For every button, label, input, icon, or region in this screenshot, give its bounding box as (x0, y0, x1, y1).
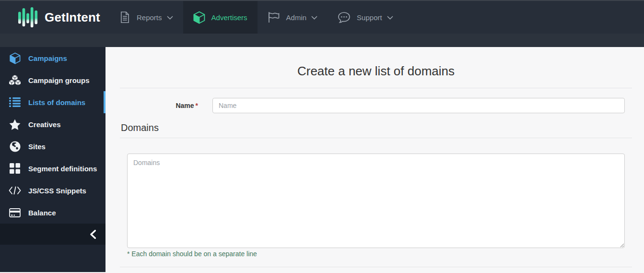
sidebar-item-label: Campaign groups (28, 76, 90, 84)
chevron-left-icon (90, 230, 96, 239)
document-icon (119, 11, 130, 24)
nav-item-label: Reports (137, 13, 162, 22)
nav-item-label: Admin (286, 13, 307, 22)
domains-section-title: Domains (121, 122, 632, 133)
top-navigation-bar: GetIntent Reports (0, 0, 644, 34)
sidebar-item-label: JS/CSS Snippets (28, 187, 86, 195)
nav-item-label: Support (357, 13, 382, 22)
domains-textarea[interactable] (127, 154, 625, 248)
star-icon (9, 119, 21, 130)
sidebar-item-label: Lists of domains (28, 98, 85, 107)
chevron-down-icon (387, 16, 393, 20)
sidebar-item-label: Segment definitions (28, 165, 97, 173)
chevron-down-icon (311, 16, 317, 20)
chat-bubble-icon (338, 12, 351, 24)
nav-item-support[interactable]: Support (328, 1, 403, 34)
grid-icon (9, 163, 21, 174)
cube-icon (9, 52, 21, 64)
list-icon (9, 97, 21, 107)
credit-card-icon (9, 208, 21, 217)
bottom-divider (120, 267, 632, 267)
code-icon (9, 186, 21, 195)
globe-icon (9, 141, 21, 152)
sidebar-item-sites[interactable]: Sites (0, 135, 105, 157)
sidebar: Campaigns Campaign groups (0, 47, 105, 272)
sidebar-item-campaign-groups[interactable]: Campaign groups (0, 69, 105, 91)
sidebar-item-label: Campaigns (28, 54, 67, 62)
chevron-down-icon (167, 16, 173, 20)
sidebar-item-js-css-snippets[interactable]: JS/CSS Snippets (0, 179, 105, 202)
domains-helper-note: * Each domain should be on a separate li… (127, 250, 625, 258)
sidebar-item-label: Creatives (28, 120, 61, 129)
section-divider (120, 138, 632, 138)
getintent-logo[interactable]: GetIntent (0, 1, 109, 34)
top-menu: Reports Advertisers Admi (109, 1, 403, 34)
required-marker: * (196, 102, 198, 109)
main-content: Create a new list of domains Name* Domai… (105, 47, 644, 272)
secondary-header-strip (0, 34, 644, 47)
sidebar-item-creatives[interactable]: Creatives (0, 113, 105, 135)
cubes-icon (9, 74, 21, 86)
nav-item-reports[interactable]: Reports (109, 1, 183, 34)
brand-name: GetIntent (45, 10, 100, 25)
nav-item-admin[interactable]: Admin (258, 1, 328, 34)
title-divider (120, 88, 632, 88)
nav-item-label: Advertisers (211, 13, 247, 22)
sidebar-collapse-button[interactable] (0, 224, 105, 245)
sidebar-item-balance[interactable]: Balance (0, 202, 105, 224)
flag-icon (268, 11, 280, 24)
getintent-logo-icon (18, 7, 38, 28)
sidebar-item-segment-definitions[interactable]: Segment definitions (0, 157, 105, 179)
cube-icon (193, 11, 205, 24)
name-field-label: Name* (120, 102, 198, 109)
nav-item-advertisers[interactable]: Advertisers (183, 1, 258, 34)
sidebar-item-lists-of-domains[interactable]: Lists of domains (0, 91, 105, 113)
name-input[interactable] (212, 98, 625, 113)
sidebar-item-label: Sites (28, 142, 46, 151)
active-item-indicator (104, 91, 105, 113)
sidebar-item-label: Balance (28, 209, 56, 217)
name-form-row: Name* (120, 98, 632, 113)
sidebar-item-campaigns[interactable]: Campaigns (0, 47, 105, 69)
page-title: Create a new list of domains (120, 63, 632, 79)
